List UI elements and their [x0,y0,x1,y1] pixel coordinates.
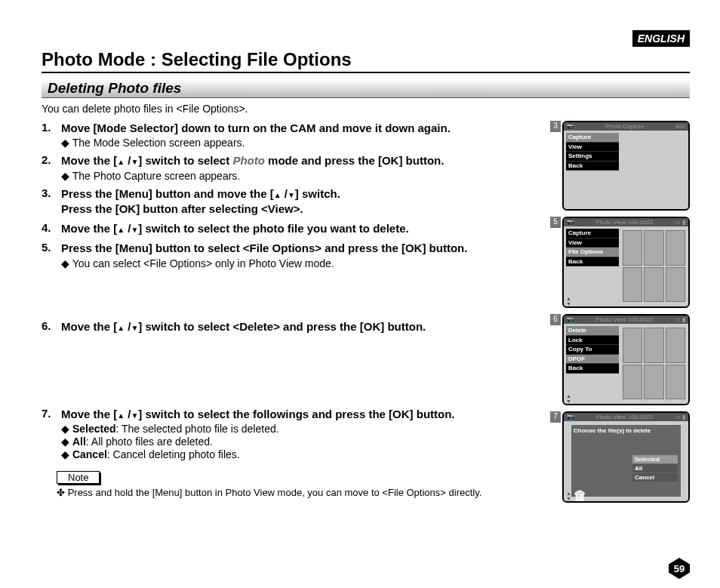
text: Move the [ [61,320,117,333]
step-title: Move [Mode Selector] down to turn on the… [61,121,541,136]
thumbnail [666,328,685,363]
option-selected: Selected: The selected photo file is del… [61,423,541,435]
down-arrow-icon [131,222,138,235]
screenshot-6: 6 📷 Photo View 100-0022 ▭ ▮ Delete Lock … [550,314,690,405]
language-badge: ENGLISH [632,30,690,47]
screenshot-number: 7 [550,411,561,423]
menu-item: DPOF [566,355,619,365]
step-4: 4. Move the [ /] switch to select the ph… [42,221,541,236]
dialog-button: All [632,464,678,473]
dialog-button: Selected [632,455,678,463]
up-arrow-icon [117,154,125,167]
text: Move the [ [61,222,117,235]
step-number: 4. [42,221,61,236]
step-number: 7. [42,407,61,460]
screen-title: Photo View 100-0022 [595,316,653,323]
thumbnail [623,328,642,363]
camera-icon: 📷 [567,219,574,226]
up-arrow-icon [117,320,125,333]
trash-icon: 🗑 [574,488,587,503]
card-icon: ▭ ▮ [675,219,685,226]
scroll-arrows-icon: ▲▼ [566,393,571,404]
screen-topbar: 📷 Photo Capture 800 [564,122,688,131]
thumbnail [644,230,663,266]
dialog-buttons: Selected All Cancel [632,455,678,482]
option-cancel: Cancel: Cancel deleting photo files. [61,448,541,460]
step-substep: The Photo Capture screen appears. [61,170,541,182]
menu-item: Back [566,257,619,267]
screen-menu: Capture View File Options Back [566,229,619,266]
resolution-badge: 800 [675,123,685,130]
down-arrow-icon [288,187,295,200]
text: Press the [Menu] button and move the [ [61,187,274,200]
screenshot-3: 3 📷 Photo Capture 800 Capture View Setti… [550,121,690,211]
option-all: All: All photo files are deleted. [61,436,541,448]
page-title: Photo Mode : Selecting File Options [42,49,690,73]
thumbnail [666,365,685,400]
menu-item: Capture [566,133,619,143]
subsection-title: Deleting Photo files [42,79,690,98]
menu-item: Capture [566,229,619,239]
content-columns: 1. Move [Mode Selector] down to turn on … [42,121,690,509]
menu-item: Lock [566,336,619,346]
text: ] switch. [295,187,340,200]
down-arrow-icon [131,408,138,420]
thumbnail [644,267,663,303]
step-6: 6. Move the [ /] switch to select <Delet… [42,319,541,334]
scroll-arrows-icon: ▲▼ [566,296,571,306]
thumbnail [623,365,642,400]
photo-mode-label: Photo [232,154,265,167]
text: ] switch to select [138,154,232,167]
step-title: Move the [ /] switch to select the photo… [61,221,541,236]
delete-dialog: Choose the file(s) to delete Selected Al… [571,425,681,497]
option-desc: : All photo files are deleted. [86,436,213,448]
menu-item: View [566,239,619,248]
up-arrow-icon [117,222,125,235]
camera-icon: 📷 [567,123,574,130]
screenshot-7: 7 📷 Photo View 100-0022 ▭ ▮ Choose the f… [550,411,690,503]
step-title-line2: Press the [OK] button after selecting <V… [61,202,541,217]
menu-item: View [566,143,619,152]
step-title: Move the [ /] switch to select Photo mod… [61,153,541,168]
text: ] switch to select the photo file you wa… [138,222,408,235]
screen-title: Photo View 100-0022 [595,414,653,420]
text: mode and press the [OK] button. [265,154,445,167]
page-number: 59 [669,558,690,579]
step-7: 7. Move the [ /] switch to select the fo… [42,407,541,460]
thumbnail [623,230,642,266]
thumbnail [644,365,663,400]
menu-item: Delete [566,326,619,336]
dialog-button: Cancel [632,473,678,482]
option-desc: : Cancel deleting photo files. [107,448,240,460]
camera-icon: 📷 [567,316,574,323]
note-label: Note [57,471,100,484]
thumbnail-grid [623,230,685,302]
screenshot-number: 3 [550,121,561,132]
text: ] switch to select <Delete> and press th… [138,320,426,333]
step-number: 2. [42,153,61,181]
dialog-prompt: Choose the file(s) to delete [574,427,678,434]
thumbnail [666,267,685,303]
option-label: Cancel [72,448,107,460]
screenshot-number: 5 [550,217,561,228]
up-arrow-icon [117,408,125,420]
thumbnail-grid [623,328,685,399]
scroll-arrows-icon: ▲▼ [566,491,571,501]
menu-item: File Options [566,248,619,257]
step-number: 6. [42,319,61,334]
step-3: 3. Press the [Menu] button and move the … [42,186,541,217]
menu-item: Back [566,364,619,374]
step-number: 3. [42,186,61,217]
screen-topbar: 📷 Photo View 100-0022 ▭ ▮ [564,316,688,324]
menu-item: Back [566,162,619,171]
note-text: Press and hold the [Menu] button in Phot… [57,487,541,498]
card-icon: ▭ ▮ [675,414,685,420]
up-arrow-icon [274,187,282,200]
step-5: 5. Press the [Menu] button to select <Fi… [42,241,541,269]
step-substep: The Mode Selection screen appears. [61,137,541,149]
menu-item: Copy To [566,345,619,355]
screen-title: Photo View 100-0022 [595,219,653,226]
step-1: 1. Move [Mode Selector] down to turn on … [42,121,541,149]
option-desc: : The selected photo file is deleted. [115,423,278,435]
steps-column: 1. Move [Mode Selector] down to turn on … [42,121,541,509]
